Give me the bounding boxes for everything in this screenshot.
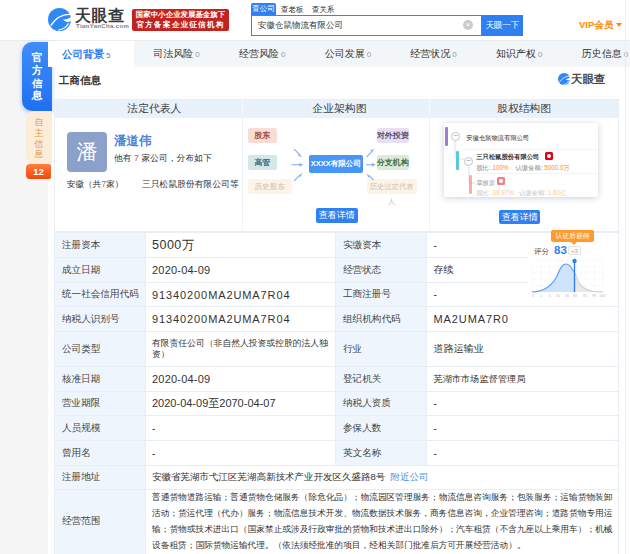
- svg-text:1: 1: [540, 294, 542, 298]
- svg-text:99: 99: [592, 294, 596, 298]
- svg-text:15: 15: [556, 294, 560, 298]
- svg-text:95: 95: [583, 294, 587, 298]
- svg-text:5: 5: [549, 294, 551, 298]
- svg-text:45: 45: [565, 294, 569, 298]
- svg-text:100: 100: [599, 294, 605, 298]
- svg-text:83: 83: [573, 294, 577, 298]
- svg-text:0: 0: [532, 294, 534, 298]
